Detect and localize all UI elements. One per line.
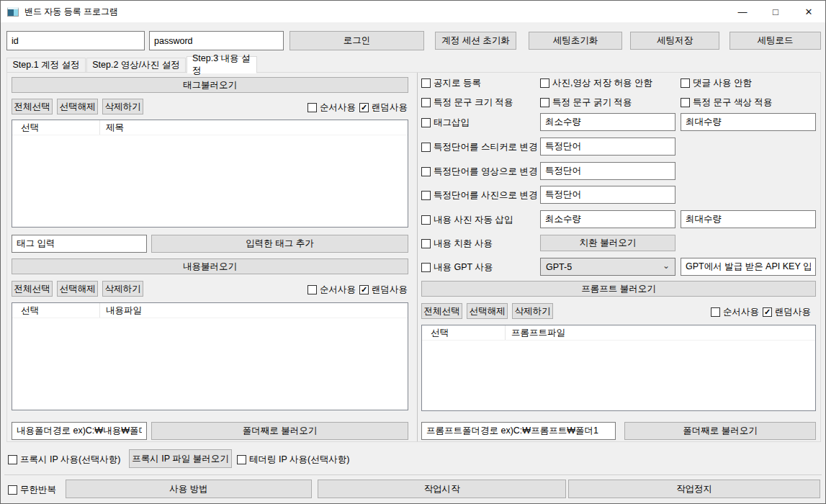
how-to-use-button[interactable]: 사용 방법 xyxy=(66,480,312,498)
photo-min-qty-input[interactable] xyxy=(540,210,675,228)
tag-list[interactable]: 선택 제목 xyxy=(12,120,408,228)
prompt-list[interactable]: 선택 프롬프트파일 xyxy=(421,325,816,411)
check-icon: ✓ xyxy=(764,308,771,316)
prompt-folder-path-input[interactable] xyxy=(421,422,616,440)
video-word-input[interactable] xyxy=(540,162,675,180)
tab-step1-account[interactable]: Step.1 계정 설정 xyxy=(6,58,86,73)
stop-job-button[interactable]: 작업정지 xyxy=(568,480,820,498)
prompt-deselect-button[interactable]: 선택해제 xyxy=(467,303,508,319)
session-reset-button[interactable]: 계정 세션 초기화 xyxy=(435,32,516,50)
prompt-delete-button[interactable]: 삭제하기 xyxy=(512,303,553,319)
text-color-checkbox[interactable]: 특정 문구 색상 적용 xyxy=(681,96,772,108)
check-icon: ✓ xyxy=(361,104,367,112)
prompt-order-use-checkbox[interactable]: 순서사용 xyxy=(711,306,759,318)
proxy-ip-use-checkbox[interactable]: 프록시 IP 사용(선택사항) xyxy=(8,454,120,465)
tab-step2-media[interactable]: Step.2 영상/사진 설정 xyxy=(86,58,186,73)
checkbox-box xyxy=(421,143,431,152)
checkbox-label: 댓글 사용 안함 xyxy=(693,77,752,89)
login-button[interactable]: 로그인 xyxy=(289,31,424,50)
checkbox-box xyxy=(421,98,431,107)
sticker-word-input[interactable] xyxy=(540,138,675,156)
checkbox-box xyxy=(681,98,690,107)
auto-photo-insert-checkbox[interactable]: 내용 사진 자동 삽입 xyxy=(421,214,513,225)
text-bold-checkbox[interactable]: 특정 문구 굵기 적용 xyxy=(540,96,632,108)
tab-page-step3: 태그불러오기 전체선택 선택해제 삭제하기 순서사용 ✓ 랜덤사용 선택 제목 … xyxy=(6,72,821,442)
replace-load-button[interactable]: 치환 불러오기 xyxy=(540,235,675,251)
content-select-all-button[interactable]: 전체선택 xyxy=(12,281,53,297)
checkbox-label: 순서사용 xyxy=(320,102,356,114)
checkbox-box-checked: ✓ xyxy=(359,285,369,294)
tethering-ip-use-checkbox[interactable]: 테더링 IP 사용(선택사항) xyxy=(237,454,349,465)
checkbox-label: 공지로 등록 xyxy=(434,77,481,89)
checkbox-label: 프록시 IP 사용(선택사항) xyxy=(20,454,120,466)
load-prompt-button[interactable]: 프롬프트 불러오기 xyxy=(421,281,816,297)
app-window: 밴드 자동 등록 프로그램 — □ ✕ 로그인 계정 세션 초기화 세팅초기화 … xyxy=(0,0,826,504)
tags-deselect-button[interactable]: 선택해제 xyxy=(57,99,98,114)
checkbox-box-checked: ✓ xyxy=(763,307,772,317)
column-header-title: 제목 xyxy=(100,122,124,134)
tags-random-use-checkbox[interactable]: ✓ 랜덤사용 xyxy=(359,102,408,113)
gpt-model-select[interactable]: GPT-5 ⌄ xyxy=(540,258,675,276)
content-folder-load-button[interactable]: 폴더째로 불러오기 xyxy=(151,422,408,440)
word-to-video-checkbox[interactable]: 특정단어를 영상으로 변경 xyxy=(421,166,537,177)
checkbox-box xyxy=(421,215,431,225)
checkbox-box xyxy=(421,118,431,127)
minimize-button[interactable]: — xyxy=(726,1,759,22)
prompt-select-all-button[interactable]: 전체선택 xyxy=(421,303,462,319)
load-content-button[interactable]: 내용불러오기 xyxy=(12,258,408,274)
checkbox-label: 특정 문구 굵기 적용 xyxy=(552,96,632,109)
content-order-use-checkbox[interactable]: 순서사용 xyxy=(307,284,356,295)
start-job-button[interactable]: 작업시작 xyxy=(318,480,566,498)
tag-insert-checkbox[interactable]: 태그삽입 xyxy=(421,117,470,128)
gpt-use-checkbox[interactable]: 내용 GPT 사용 xyxy=(421,261,493,273)
add-tag-button[interactable]: 입력한 태그 추가 xyxy=(151,235,408,253)
close-button[interactable]: ✕ xyxy=(792,1,825,22)
footer-divider xyxy=(4,474,822,475)
checkbox-box xyxy=(540,78,549,88)
checkbox-label: 순서사용 xyxy=(320,284,356,296)
checkbox-box xyxy=(8,485,17,495)
load-tags-button[interactable]: 태그불러오기 xyxy=(12,77,408,93)
proxy-ip-file-load-button[interactable]: 프록시 IP 파일 불러오기 xyxy=(129,449,232,468)
gpt-model-value: GPT-5 xyxy=(546,262,572,272)
checkbox-box xyxy=(307,103,317,112)
content-list-header: 선택 내용파일 xyxy=(12,303,408,318)
word-to-photo-checkbox[interactable]: 특정단어를 사진으로 변경 xyxy=(421,189,537,201)
content-delete-button[interactable]: 삭제하기 xyxy=(102,281,143,297)
prompt-random-use-checkbox[interactable]: ✓ 랜덤사용 xyxy=(763,306,811,318)
photo-word-input[interactable] xyxy=(540,186,675,204)
setting-reset-button[interactable]: 세팅초기화 xyxy=(529,32,622,50)
tab-strip: Step.1 계정 설정 Step.2 영상/사진 설정 Step.3 내용 설… xyxy=(6,55,258,73)
setting-save-button[interactable]: 세팅저장 xyxy=(630,32,719,50)
api-key-input[interactable] xyxy=(681,258,816,276)
content-list[interactable]: 선택 내용파일 xyxy=(12,302,408,410)
id-input[interactable] xyxy=(6,31,145,50)
tab-step3-content[interactable]: Step.3 내용 설정 xyxy=(187,56,257,73)
content-deselect-button[interactable]: 선택해제 xyxy=(57,281,98,297)
notice-register-checkbox[interactable]: 공지로 등록 xyxy=(421,77,481,89)
checkbox-box xyxy=(540,98,549,107)
text-size-checkbox[interactable]: 특정 문구 크기 적용 xyxy=(421,96,513,108)
photo-max-qty-input[interactable] xyxy=(681,210,816,228)
checkbox-label: 랜덤사용 xyxy=(372,284,408,296)
setting-load-button[interactable]: 세팅로드 xyxy=(730,32,821,50)
prompt-folder-load-button[interactable]: 폴더째로 불러오기 xyxy=(624,422,816,440)
maximize-button[interactable]: □ xyxy=(759,1,792,22)
no-comment-checkbox[interactable]: 댓글 사용 안함 xyxy=(681,77,752,89)
word-to-sticker-checkbox[interactable]: 특정단어를 스티커로 변경 xyxy=(421,141,537,153)
infinite-repeat-checkbox[interactable]: 무한반복 xyxy=(8,484,56,495)
content-random-use-checkbox[interactable]: ✓ 랜덤사용 xyxy=(359,284,408,295)
tag-min-qty-input[interactable] xyxy=(540,113,675,131)
no-media-save-checkbox[interactable]: 사진,영상 저장 허용 안함 xyxy=(540,77,652,89)
titlebar[interactable]: 밴드 자동 등록 프로그램 — □ ✕ xyxy=(1,1,825,22)
tag-max-qty-input[interactable] xyxy=(681,113,816,131)
tags-order-use-checkbox[interactable]: 순서사용 xyxy=(307,102,356,113)
tags-delete-button[interactable]: 삭제하기 xyxy=(102,99,143,114)
checkbox-label: 순서사용 xyxy=(723,306,759,318)
content-folder-path-input[interactable] xyxy=(12,422,147,440)
password-input[interactable] xyxy=(149,31,284,50)
checkbox-label: 특정단어를 스티커로 변경 xyxy=(434,141,537,153)
replace-use-checkbox[interactable]: 내용 치환 사용 xyxy=(421,238,493,249)
tags-select-all-button[interactable]: 전체선택 xyxy=(12,99,53,114)
tag-input[interactable] xyxy=(12,235,147,253)
